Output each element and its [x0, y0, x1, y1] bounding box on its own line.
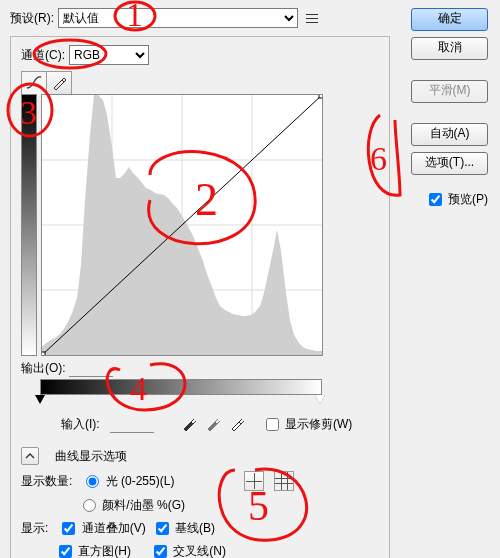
preview-checkbox[interactable]: 预览(P) — [429, 191, 488, 208]
preset-label: 预设(R): — [10, 10, 54, 27]
grid-9-icon[interactable] — [274, 471, 294, 491]
curve-tool-point[interactable] — [21, 71, 47, 95]
curve-icon — [26, 76, 42, 90]
chevron-up-icon — [25, 451, 35, 461]
curves-panel: 通道(C): RGB — [10, 36, 390, 558]
show-overlay-check[interactable]: 通道叠加(V) — [62, 520, 145, 537]
cancel-button[interactable]: 取消 — [411, 37, 488, 60]
output-value[interactable] — [69, 360, 113, 377]
channel-select[interactable]: RGB — [69, 45, 149, 65]
show-clipping-checkbox[interactable]: 显示修剪(W) — [266, 416, 353, 433]
options-expander[interactable] — [21, 447, 39, 465]
ok-button[interactable]: 确定 — [411, 8, 488, 31]
curve-tool-draw[interactable] — [47, 71, 72, 95]
white-point-slider[interactable] — [315, 395, 325, 404]
eyedropper-black-icon[interactable] — [180, 415, 198, 433]
show-label: 显示: — [21, 520, 48, 537]
amount-light-radio[interactable]: 光 (0-255)(L) — [86, 473, 174, 490]
options-button[interactable]: 选项(T)... — [411, 152, 488, 175]
amount-pigment-radio[interactable]: 颜料/油墨 %(G) — [83, 497, 185, 514]
preset-select[interactable]: 默认值 — [58, 8, 298, 28]
output-gradient — [21, 94, 37, 356]
curve-point-black[interactable] — [42, 352, 45, 355]
curve-point-white[interactable] — [319, 95, 322, 98]
smooth-button: 平滑(M) — [411, 80, 488, 103]
eyedropper-white-icon[interactable] — [228, 415, 246, 433]
show-baseline-check[interactable]: 基线(B) — [156, 520, 215, 537]
curve-graph[interactable] — [41, 94, 323, 356]
amount-label: 显示数量: — [21, 473, 72, 490]
input-value[interactable] — [110, 416, 154, 433]
output-label: 输出(O): — [21, 360, 379, 377]
show-hist-check[interactable]: 直方图(H) — [59, 543, 131, 558]
preset-menu-icon[interactable] — [304, 10, 320, 26]
auto-button[interactable]: 自动(A) — [411, 123, 488, 146]
show-intersect-check[interactable]: 交叉线(N) — [154, 543, 226, 558]
input-label: 输入(I): — [61, 416, 100, 433]
curve-options-title: 曲线显示选项 — [55, 448, 127, 465]
channel-label: 通道(C): — [21, 47, 65, 64]
grid-4-icon[interactable] — [244, 471, 264, 491]
pencil-icon — [52, 76, 66, 90]
eyedropper-gray-icon[interactable] — [204, 415, 222, 433]
input-gradient — [40, 379, 322, 395]
black-point-slider[interactable] — [35, 395, 45, 404]
